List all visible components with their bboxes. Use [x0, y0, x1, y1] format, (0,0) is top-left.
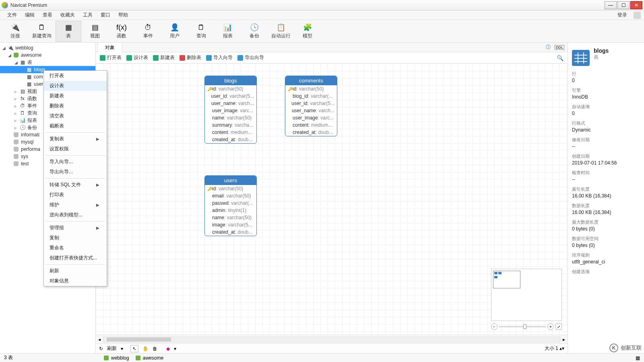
toolbar-备份[interactable]: 🕓备份	[242, 21, 267, 42]
prop-创建日期: 创建日期2019-07-01 17:04:56	[572, 153, 640, 166]
prop-数据长度: 数据长度16.00 KB (16,384)	[572, 203, 640, 215]
报表-icon: 📊	[223, 23, 233, 32]
col-id: 🔑id: varchar(50)	[205, 185, 256, 192]
toolbar-查询[interactable]: 🗒查询	[188, 21, 214, 42]
avatar-icon[interactable]	[634, 12, 641, 19]
toolbar-函数[interactable]: f(x)函数	[109, 21, 134, 42]
toolbar-自动运行[interactable]: 📋自动运行	[268, 21, 294, 42]
toolbar-模型[interactable]: 🧩模型	[295, 21, 320, 42]
menu-工具[interactable]: 工具	[79, 11, 97, 19]
search-icon[interactable]: 🔍	[557, 55, 564, 61]
ctx-逆向表到模型...[interactable]: 逆向表到模型...	[44, 210, 107, 220]
ctx-重命名[interactable]: 重命名	[44, 243, 107, 253]
ctx-对象信息[interactable]: 对象信息	[44, 276, 107, 286]
ctx-设置权限[interactable]: 设置权限	[44, 144, 107, 154]
ctx-打开表[interactable]: 打开表	[44, 71, 107, 81]
zoom-fit-button[interactable]: ⤢	[555, 323, 562, 330]
refresh-label[interactable]: 刷新	[107, 345, 117, 352]
menu-窗口[interactable]: 窗口	[97, 11, 114, 19]
col-id: 🔑id: varchar(50)	[285, 85, 337, 93]
menu-收藏夹[interactable]: 收藏夹	[56, 11, 79, 19]
ctx-新建表[interactable]: 新建表	[44, 91, 107, 101]
prop-创建选项: 创建选项	[572, 269, 640, 275]
close-button[interactable]: ✕	[630, 1, 642, 9]
grid-toggle-icon[interactable]: ▦	[636, 355, 640, 361]
entity-blogs[interactable]: blogs🔑id: varchar(50)user_id: varchar(5.…	[204, 76, 257, 144]
cursor-tool-icon[interactable]: ↖	[130, 345, 138, 352]
subtool-导出向导[interactable]: 导出向导	[237, 54, 264, 61]
ctx-刷新[interactable]: 刷新	[44, 266, 107, 276]
ctx-导入向导...[interactable]: 导入向导...	[44, 157, 107, 167]
打开表-icon	[100, 55, 105, 61]
tree-connection[interactable]: ◢🔌webblog	[0, 44, 95, 51]
tab-objects[interactable]: 对象	[97, 42, 122, 53]
status-database: awesome	[143, 355, 163, 361]
zoom-out-button[interactable]: −	[491, 323, 497, 330]
subtool-设计表[interactable]: 设计表	[126, 54, 148, 61]
ctx-截断表[interactable]: 截断表	[44, 121, 107, 131]
col-content: content: medium...	[285, 121, 337, 129]
menu-编辑[interactable]: 编辑	[21, 11, 39, 19]
minimize-button[interactable]: —	[605, 1, 617, 9]
menu-查看[interactable]: 查看	[39, 11, 56, 19]
toolbar-报表[interactable]: 📊报表	[215, 21, 241, 42]
app-logo-icon	[2, 2, 8, 8]
col-created_at: created_at: doub...	[205, 136, 256, 143]
menubar: 文件编辑查看收藏夹工具窗口帮助 登录	[0, 10, 644, 20]
entity-header: comments	[285, 76, 337, 85]
minimap[interactable]	[491, 269, 562, 321]
ddl-icon[interactable]: DDL	[555, 45, 564, 50]
login-link[interactable]: 登录	[613, 10, 631, 20]
ctx-设计表[interactable]: 设计表	[44, 81, 107, 91]
zoom-bar: − + ⤢	[491, 323, 562, 331]
toolbar-视图[interactable]: ▤视图	[82, 21, 108, 42]
info-icon[interactable]: ⓘ	[546, 44, 551, 51]
entity-comments[interactable]: comments🔑id: varchar(50)blog_id: varchar…	[285, 76, 337, 136]
hand-tool-icon[interactable]: ✋	[142, 346, 149, 352]
toolbar-事件[interactable]: ⏱事件	[135, 21, 161, 42]
sub-toolbar: 打开表设计表新建表删除表导入向导导出向导 🔍	[96, 52, 568, 64]
查询-icon: 🗒	[196, 23, 206, 32]
用户-icon: 👤	[170, 23, 180, 32]
status-bar: 3 表 webblog awesome ▦	[0, 353, 644, 362]
导出向导-icon	[237, 55, 243, 61]
maximize-button[interactable]: ☐	[617, 1, 630, 9]
ctx-转储 SQL 文件[interactable]: 转储 SQL 文件▶	[44, 180, 107, 190]
prop-行格式: 行格式Dynamic	[572, 120, 640, 133]
diagram-canvas[interactable]: − + ⤢ blogs🔑id: varchar(50)user_id: varc…	[96, 64, 568, 335]
事件-icon: ⏱	[143, 23, 153, 32]
toolbar-连接[interactable]: 🔌连接	[2, 21, 28, 42]
subtool-打开表[interactable]: 打开表	[100, 54, 122, 61]
tab-bar: 对象 ⓘ DDL	[96, 43, 568, 52]
entity-header: blogs	[205, 76, 256, 85]
menu-帮助[interactable]: 帮助	[114, 11, 132, 19]
toolbar-用户[interactable]: 👤用户	[162, 21, 188, 42]
ctx-复制表[interactable]: 复制表▶	[44, 134, 107, 144]
ctx-清空表[interactable]: 清空表	[44, 111, 107, 121]
color-tool-icon[interactable]: ◆	[166, 346, 170, 352]
subtool-新建表[interactable]: 新建表	[153, 54, 175, 61]
ctx-导出向导...[interactable]: 导出向导...	[44, 167, 107, 177]
ctx-维护[interactable]: 维护▶	[44, 200, 107, 210]
zoom-slider[interactable]	[499, 326, 546, 327]
tree-db-awesome[interactable]: ◢awesome	[0, 51, 95, 59]
prop-索引长度: 索引长度16.00 KB (16,384)	[572, 186, 640, 199]
prop-引擎: 引擎InnoDB	[572, 87, 640, 100]
zoom-in-button[interactable]: +	[547, 323, 554, 330]
entity-users[interactable]: users🔑id: varchar(50)email: varchar(50)p…	[204, 175, 257, 236]
ctx-创建打开表快捷方式...[interactable]: 创建打开表快捷方式...	[44, 253, 107, 263]
subtool-导入向导[interactable]: 导入向导	[206, 54, 233, 61]
tree-tables-node[interactable]: ◢▦表	[0, 59, 95, 66]
toolbar-表[interactable]: ▦表	[56, 21, 81, 42]
subtool-删除表[interactable]: 删除表	[180, 54, 201, 61]
horizontal-scrollbar[interactable]: ◂ ▸	[96, 335, 568, 343]
toolbar-新建查询[interactable]: 🗒新建查询	[29, 21, 55, 42]
delete-tool-icon[interactable]: 🗑	[153, 346, 157, 352]
menu-文件[interactable]: 文件	[3, 11, 21, 19]
ctx-复制[interactable]: 复制	[44, 233, 107, 243]
prop-数据可用空间: 数据可用空间0 bytes (0)	[572, 236, 640, 248]
ctx-管理组[interactable]: 管理组▶	[44, 223, 107, 233]
ctx-打印表[interactable]: 打印表	[44, 190, 107, 200]
ctx-删除表[interactable]: 删除表	[44, 101, 107, 111]
refresh-icon[interactable]: ↻	[99, 346, 103, 352]
